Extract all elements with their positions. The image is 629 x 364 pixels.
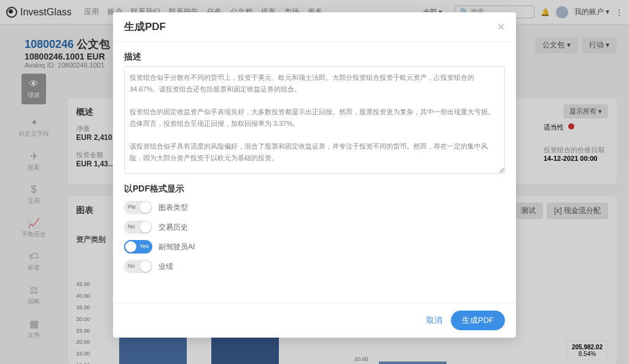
- toggle-chart-type-label: 图表类型: [158, 203, 188, 213]
- pdf-section-label: 以PDF格式显示: [124, 184, 505, 195]
- toggle-copilot-ai: Yes 副驾驶员AI: [124, 240, 505, 254]
- modal-title: 生成PDF: [124, 20, 166, 34]
- generate-pdf-button[interactable]: 生成PDF: [451, 311, 505, 330]
- close-icon[interactable]: ×: [497, 20, 505, 34]
- toggle-performance-label: 业绩: [158, 261, 173, 272]
- description-textarea[interactable]: [124, 66, 505, 174]
- description-label: 描述: [124, 52, 505, 63]
- cancel-button[interactable]: 取消: [426, 315, 442, 326]
- modal-overlay: 生成PDF × 描述 以PDF格式显示 Pie 图表类型 No 交易历史 Yes…: [0, 0, 629, 364]
- toggle-performance-switch[interactable]: No: [124, 260, 152, 273]
- toggle-trade-history-label: 交易历史: [158, 222, 188, 233]
- toggle-performance: No 业绩: [124, 260, 505, 273]
- modal-body: 描述 以PDF格式显示 Pie 图表类型 No 交易历史 Yes 副驾驶员AI …: [113, 42, 516, 303]
- generate-pdf-modal: 生成PDF × 描述 以PDF格式显示 Pie 图表类型 No 交易历史 Yes…: [113, 12, 516, 338]
- modal-footer: 取消 生成PDF: [113, 303, 516, 338]
- toggle-copilot-ai-label: 副驾驶员AI: [158, 242, 195, 252]
- toggle-copilot-ai-switch[interactable]: Yes: [124, 240, 152, 254]
- toggle-trade-history-switch[interactable]: No: [124, 220, 152, 234]
- toggle-trade-history: No 交易历史: [124, 220, 505, 234]
- modal-header: 生成PDF ×: [113, 12, 516, 42]
- toggle-chart-type: Pie 图表类型: [124, 201, 505, 214]
- toggle-chart-type-switch[interactable]: Pie: [124, 201, 152, 214]
